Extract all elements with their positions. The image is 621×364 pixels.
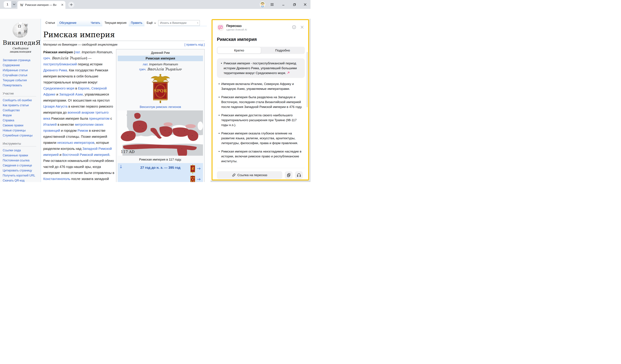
wiki-link[interactable]: Италией: [43, 123, 57, 126]
sidebar-link[interactable]: Как править статьи: [3, 103, 39, 108]
tab-group-button[interactable]: 1: [4, 1, 17, 8]
vexillum-caption-link[interactable]: Вексиллум римских легионов: [118, 105, 203, 109]
summary-bullet: •Римская империя достигла своего наиболь…: [217, 113, 305, 127]
wikipedia-logo[interactable]: W Ω И 維 ו ВикипедиЯ Свободная энциклопед…: [3, 22, 38, 53]
tab-more[interactable]: Ещё: [144, 20, 158, 26]
vexillum-dots-flag-icon[interactable]: [190, 175, 195, 182]
sidebar-link[interactable]: Текущие события: [3, 78, 39, 83]
wiki-link[interactable]: военной анархии: [68, 111, 94, 114]
browser-menu-icon[interactable]: [270, 2, 274, 7]
tab-article[interactable]: Статья: [43, 20, 57, 26]
new-tab-button[interactable]: [68, 2, 74, 8]
window-restore-button[interactable]: [292, 2, 297, 7]
listen-button[interactable]: [295, 171, 303, 179]
svg-text:SPQR: SPQR: [154, 88, 167, 93]
wiki-link[interactable]: Средиземного моря: [43, 86, 74, 90]
text-run: Imperium Romanum: [82, 50, 112, 54]
panel-close-icon[interactable]: [300, 26, 304, 30]
sidebar-link[interactable]: Связанные правки: [3, 153, 39, 158]
edit-code-link[interactable]: [ править код ]: [185, 43, 205, 47]
source-link-icon[interactable]: [287, 71, 290, 75]
infobox-header: Древний Рим: [118, 51, 203, 56]
panel-scrollbar-thumb[interactable]: [307, 52, 308, 107]
wiki-search-input[interactable]: [160, 21, 197, 25]
tab-brief[interactable]: Кратко: [217, 47, 261, 53]
sidebar-link[interactable]: Служебные страницы: [3, 133, 39, 138]
arrow-right-icon[interactable]: [197, 167, 201, 171]
tab-read[interactable]: Читать: [88, 20, 102, 26]
map-caption: Римская империя в 117 году.: [118, 157, 203, 162]
sidebar-link[interactable]: Форум: [3, 113, 39, 118]
tab-current-version[interactable]: Текущая версия: [102, 20, 129, 26]
user-avatar[interactable]: [260, 1, 265, 7]
infobox-title: Римская империя: [118, 56, 203, 61]
wiki-link[interactable]: Константинополь: [43, 177, 70, 181]
sidebar-link[interactable]: Цитировать страницу: [3, 168, 39, 173]
sidebar-link[interactable]: Свежие правки: [3, 123, 39, 128]
retell-link-button[interactable]: Ссылка на пересказ: [217, 171, 282, 179]
search-icon[interactable]: [197, 21, 198, 25]
sidebar-link[interactable]: Содержание: [3, 63, 39, 68]
text-run: период истории: [77, 62, 102, 66]
wiki-link[interactable]: Цезаря Августа: [43, 105, 68, 108]
tab-close-icon[interactable]: [61, 3, 63, 7]
sidebar-link[interactable]: Новые страницы: [3, 128, 39, 133]
wiki-link[interactable]: принципатом: [89, 117, 109, 120]
sidebar-link[interactable]: Получить короткий URL: [3, 173, 39, 178]
window-frame-bottom: [210, 180, 310, 182]
sidebar-section-title: Участие: [3, 92, 36, 96]
sidebar-link[interactable]: Скачать QR-код: [3, 178, 39, 182]
sidebar-link[interactable]: Заглавная страница: [3, 58, 39, 63]
window-close-button[interactable]: [303, 2, 307, 7]
wiki-link[interactable]: лат.: [75, 50, 81, 54]
wiki-link[interactable]: Западной Азии: [59, 93, 83, 96]
tab-count-badge[interactable]: 1: [4, 1, 11, 8]
info-icon[interactable]: [292, 25, 296, 30]
sidebar-link[interactable]: Избранные статьи: [3, 68, 39, 73]
sidebar-link[interactable]: Справка: [3, 118, 39, 123]
wiki-link[interactable]: Древнего Рима: [43, 68, 67, 72]
window-minimize-button[interactable]: [281, 2, 286, 7]
svg-text:Ω: Ω: [18, 24, 21, 28]
tab-edit[interactable]: Править: [129, 20, 144, 26]
greek-label-link[interactable]: греч.: [139, 67, 146, 71]
wiki-link[interactable]: постреспубликанский: [43, 62, 77, 66]
sidebar-link[interactable]: Случайная статья: [3, 73, 39, 78]
labarum-flag-icon[interactable]: [190, 164, 195, 174]
chevron-down-icon[interactable]: [11, 1, 17, 8]
copy-button[interactable]: [285, 171, 293, 179]
arrow-down-icon[interactable]: [120, 165, 122, 169]
latin-label-link[interactable]: лат.: [143, 63, 148, 66]
vexillum-image[interactable]: SPQR: [149, 73, 172, 104]
sidebar-link[interactable]: Ссылки сюда: [3, 148, 39, 153]
browser-tab[interactable]: W Римская империя — Ви: [17, 1, 65, 9]
text-run: ,: [112, 50, 113, 54]
wiki-link[interactable]: Восточной Римской империей: [62, 153, 109, 157]
bullet-text: Империя включала Италию, Северную Африку…: [221, 81, 303, 91]
arrow-right-icon[interactable]: [197, 178, 201, 181]
bullet-dot: •: [217, 131, 221, 145]
link-icon: [232, 173, 236, 177]
wiki-link[interactable]: греч.: [43, 56, 51, 60]
tab-talk[interactable]: Обсуждение: [57, 20, 79, 26]
sidebar-link[interactable]: Пожертвовать: [3, 83, 39, 88]
sidebar-link[interactable]: Сообщество: [3, 108, 39, 113]
wiki-link[interactable]: несколько императоров: [57, 141, 94, 144]
svg-text:維: 維: [18, 31, 21, 34]
sidebar-link[interactable]: Постоянная ссылка: [3, 158, 39, 163]
panel-divider: [217, 168, 305, 168]
wiki-link[interactable]: Европе: [78, 86, 89, 90]
wiki-link[interactable]: Римом: [77, 129, 88, 132]
text-run: Βασιλεία Ῥωμαίων: [52, 56, 86, 60]
window-frame-right: [310, 19, 310, 182]
bullet-dot: •: [217, 113, 221, 127]
sidebar-link[interactable]: Сообщить об ошибке: [3, 98, 39, 103]
empire-map[interactable]: 117 AD: [118, 111, 203, 157]
tab-detailed[interactable]: Подробно: [261, 47, 304, 53]
wiki-search-box[interactable]: [158, 20, 200, 26]
infobox-timeline: 27 год до н. э. — 395 год: [118, 163, 203, 182]
text-run: и городом: [60, 129, 77, 132]
timeline-years-link[interactable]: 27 год до н. э. — 395 год: [120, 166, 201, 170]
summary-bullet: •Империя включала Италию, Северную Африк…: [217, 81, 305, 91]
sidebar-link[interactable]: Сведения о странице: [3, 163, 39, 168]
